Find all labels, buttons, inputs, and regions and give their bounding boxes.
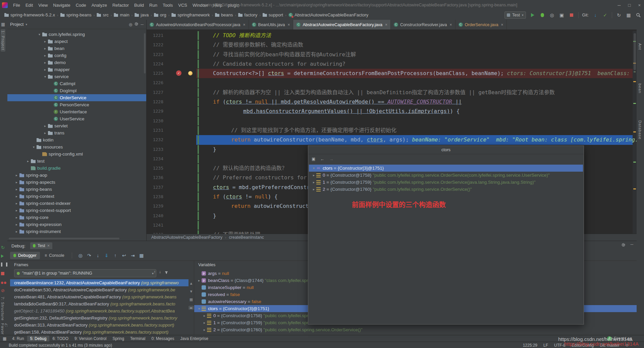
project-tree-item[interactable]: ▸servlet [7,122,146,129]
toolwindow-button-9-version-control[interactable]: 9: Version Control [71,336,109,342]
chevron-right-icon[interactable]: ▸ [43,38,47,45]
project-tree-item[interactable]: ▸demo [7,59,146,66]
breadcrumb-item[interactable]: factory [237,12,258,18]
toolwindow-button-terminal[interactable]: Terminal [127,336,148,342]
variable-row[interactable]: ▸1 = {Constructor@1759} "public com.lyfe… [309,179,583,186]
toolwindow-button-0-messages[interactable]: 0: Messages [148,336,177,342]
close-icon[interactable]: × [501,22,503,27]
project-tree-item[interactable]: ▸config [7,52,146,59]
menu-file[interactable]: File [10,2,23,9]
line-separator[interactable]: LF [543,343,548,348]
toolwindow-button-4-run[interactable]: 4: Run [9,336,27,342]
breadcrumb-item[interactable]: CAbstractAutowireCapableBeanFactory [287,12,369,18]
chevron-right-icon[interactable]: ▸ [43,129,47,136]
menu-code[interactable]: Code [73,2,89,9]
project-tree-item[interactable]: ▸bean [7,45,146,52]
run-config-select[interactable]: Test ▾ [504,11,526,19]
variable-row[interactable]: ▸0 = {Constructor@1758} "public com.lyfe… [309,172,583,179]
project-tree-item[interactable]: ▸spring-aop [7,172,146,179]
debug-button[interactable] [539,12,545,18]
run-button[interactable] [530,12,536,18]
tool-stripe-ant[interactable]: Ant [638,43,642,50]
project-tree-item[interactable]: CUserService [7,115,146,122]
chevron-right-icon[interactable]: ▸ [14,200,19,207]
project-tree-item[interactable]: ▸spring-aspects [7,179,146,186]
filter-funnel-icon[interactable] [164,270,168,276]
menu-vcs[interactable]: VCS [175,2,190,9]
project-tree-item[interactable]: CPersonService [7,101,146,108]
search-everywhere-icon[interactable] [635,12,641,18]
force-step-into-icon[interactable]: ⇓ [102,253,111,258]
project-tree-item[interactable]: COrderService [7,94,146,101]
git-commit-icon[interactable]: ✓ [602,12,608,18]
project-tree-item[interactable]: ▸mapper [7,66,146,73]
editor-tab[interactable]: CConstructorResolver.java× [391,20,455,30]
editor-tab[interactable]: CAutowiredAnnotationBeanPostProcessor.ja… [147,20,249,30]
project-tree-item[interactable]: ▸spring-beans [7,186,146,193]
project-tree-item[interactable]: build.gradle [7,165,146,172]
caret-position[interactable]: 1225:29 [523,343,537,348]
run-to-cursor-icon[interactable]: ⇥ [128,253,137,258]
chevron-right-icon[interactable]: ▸ [43,122,47,129]
step-over-icon[interactable]: ↷ [85,253,94,258]
tool-stripe-database[interactable]: Database [638,120,642,139]
chevron-down-icon[interactable]: ▾ [197,305,201,312]
breadcrumb-item[interactable]: src [96,12,109,18]
tool-stripe-project[interactable]: 1: Project [1,29,5,52]
frame-down-icon[interactable]: ↓ [159,270,161,276]
project-tree-item[interactable]: CCatImpl [7,80,146,87]
breadcrumb-item[interactable]: springframework [170,12,211,18]
chevron-right-icon[interactable]: ▸ [14,172,19,179]
project-panel-title[interactable]: Project [10,22,23,27]
chevron-right-icon[interactable]: ▸ [43,52,47,59]
chevron-right-icon[interactable]: ▸ [43,59,47,66]
project-tree-item[interactable]: CDogImpl [7,87,146,94]
chevron-right-icon[interactable]: ▸ [14,214,19,221]
breadcrumb-class[interactable]: AbstractAutowireCapableBeanFactory [151,235,222,240]
chevron-down-icon[interactable]: ▾ [37,31,42,38]
variable-row[interactable]: ▾∞ctors = {Constructor[3]@1751} [309,165,583,172]
menu-refactor[interactable]: Refactor [110,2,131,9]
stop-button[interactable] [569,12,575,18]
chevron-right-icon[interactable]: ▸ [202,312,207,319]
tool-stripe-structure[interactable]: 7: Structure [1,297,5,321]
chevron-right-icon[interactable]: ▸ [43,45,47,52]
project-tree-item[interactable]: ▾resources [7,143,146,151]
project-tree-item[interactable]: spring-config.xml [7,151,146,158]
breadcrumb-item[interactable]: org [153,12,167,18]
chevron-right-icon[interactable]: ▸ [312,172,316,179]
minimize-button[interactable]: ─ [618,3,621,8]
layout-grid-icon[interactable]: ▦ [189,297,194,302]
scroll-down-icon[interactable]: ▼ [189,289,194,293]
project-tree-item[interactable]: ▾service [7,73,146,80]
hide-panel-icon[interactable]: ─ [630,242,633,248]
project-tree-item[interactable]: IUserInterface [7,108,146,115]
menu-navigate[interactable]: Navigate [50,2,73,9]
menu-tools[interactable]: Tools [160,2,175,9]
close-button[interactable]: × [638,3,641,8]
forward-icon[interactable]: → [329,157,333,161]
menu-edit[interactable]: Edit [23,2,36,9]
stack-frame[interactable]: createBean:481, AbstractAutowireCapableB… [10,293,189,300]
chevron-down-icon[interactable]: ▾ [312,165,316,172]
project-tree-item[interactable]: ▸aspect [7,38,146,45]
close-icon[interactable]: × [450,22,452,27]
stack-frame[interactable]: getObject:-1, 1740189450 (org.springfram… [10,307,189,314]
menu-analyze[interactable]: Analyze [89,2,110,9]
resume-icon[interactable] [1,254,4,259]
frames-header[interactable]: Frames [10,260,189,269]
chevron-right-icon[interactable]: ▸ [312,179,316,186]
tool-windows-grid-icon[interactable]: ▦ [0,337,9,341]
menu-build[interactable]: Build [131,2,147,9]
variable-row[interactable]: ▸2 = {Constructor@1760} "public com.lyfe… [194,326,637,333]
file-encoding[interactable]: UTF-8 [554,343,566,348]
breadcrumb-item[interactable]: spring-framework-5.2.x [3,12,56,18]
project-tree-item[interactable]: ▸test [7,158,146,165]
tool-buttons-icon[interactable]: ▦ [1,22,5,27]
show-execution-point-icon[interactable]: ◎ [76,253,85,258]
intention-bulb-icon[interactable] [188,71,193,75]
project-tree-item[interactable]: ▸spring-context-support [7,207,146,214]
settings-gear-icon[interactable] [621,242,626,248]
project-tree-item[interactable]: ▾com.lyfeifei.spring [7,31,146,38]
editor-scrollbar[interactable] [634,33,636,70]
